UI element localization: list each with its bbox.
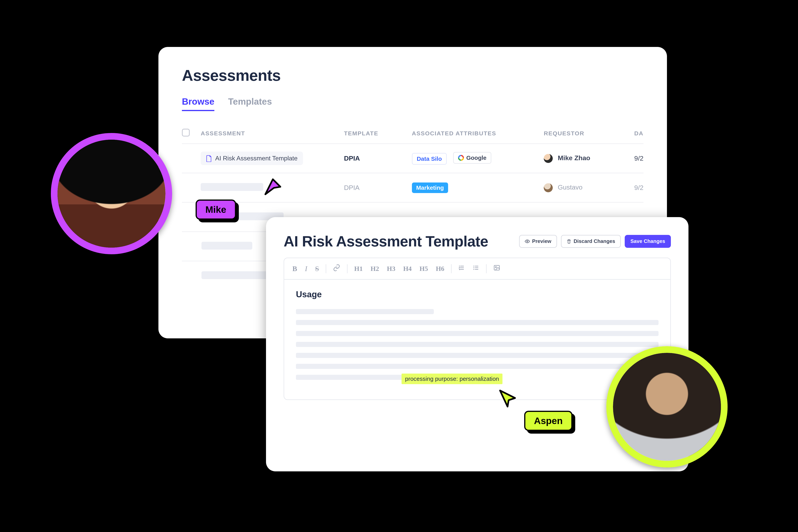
text-placeholder-line — [296, 353, 659, 358]
tab-browse[interactable]: Browse — [182, 96, 214, 111]
toolbar-separator — [486, 264, 487, 273]
save-button[interactable]: Save Changes — [625, 235, 671, 248]
date-cell: 9/2 — [634, 154, 644, 162]
avatar — [544, 183, 553, 192]
requestor-cell: Mike Zhao — [544, 154, 634, 163]
toolbar-separator — [326, 264, 326, 273]
attribute-pill-google[interactable]: Google — [453, 152, 491, 164]
toolbar-separator — [451, 264, 452, 273]
preview-button[interactable]: Preview — [519, 235, 557, 248]
button-label: Save Changes — [630, 238, 665, 244]
col-header-assessment: ASSESSMENT — [201, 130, 344, 137]
template-cell: DPIA — [344, 184, 412, 191]
avatar-photo — [613, 353, 721, 461]
tab-bar: Browse Templates — [182, 96, 644, 111]
cursor-icon — [262, 176, 284, 197]
attributes-cell: Marketing — [412, 183, 544, 193]
editor-toolbar: B I S H1 H2 H3 H4 H5 H6 — [284, 258, 670, 280]
h1-button[interactable]: H1 — [353, 264, 364, 273]
button-label: Discard Changes — [574, 238, 615, 244]
col-header-date: DA — [634, 130, 644, 137]
link-button[interactable] — [332, 263, 342, 274]
link-icon — [333, 264, 340, 271]
italic-button[interactable]: I — [304, 264, 308, 273]
tab-templates[interactable]: Templates — [228, 96, 272, 111]
requestor-name: Mike Zhao — [558, 154, 590, 162]
collab-cursor-mike — [262, 176, 284, 197]
unordered-list-icon — [473, 264, 479, 271]
col-header-attributes: ASSOCIATED ATTRIBUTES — [412, 130, 544, 137]
trash-icon — [567, 239, 571, 244]
svg-point-5 — [495, 267, 496, 268]
template-cell: DPIA — [344, 154, 412, 162]
table-header-row: ASSESSMENT TEMPLATE ASSOCIATED ATTRIBUTE… — [182, 129, 644, 144]
collab-cursor-aspen — [497, 387, 518, 409]
requestor-name: Gustavo — [558, 183, 583, 191]
date-cell: 9/2 — [634, 184, 644, 191]
editor-actions: Preview Discard Changes Save Changes — [519, 235, 671, 248]
table-row[interactable]: AI Risk Assessment Template DPIA Data Si… — [182, 144, 644, 173]
attribute-pill-label: Google — [466, 154, 487, 161]
unordered-list-button[interactable] — [472, 264, 480, 273]
col-header-template: TEMPLATE — [344, 130, 412, 137]
requestor-cell: Gustavo — [544, 183, 634, 192]
select-all-checkbox[interactable] — [182, 129, 190, 136]
document-icon — [206, 155, 212, 162]
image-icon — [493, 264, 500, 271]
text-placeholder-line — [296, 331, 659, 336]
table-row[interactable]: DPIA Marketing Gustavo 9/2 — [182, 173, 644, 203]
button-label: Preview — [532, 238, 551, 244]
discard-button[interactable]: Discard Changes — [561, 235, 621, 248]
attribute-pill-data-silo[interactable]: Data Silo — [412, 153, 447, 165]
section-heading: Usage — [296, 289, 659, 299]
attributes-cell: Data Silo Google — [412, 152, 544, 165]
strike-button[interactable]: S — [314, 264, 320, 273]
h2-button[interactable]: H2 — [369, 264, 380, 273]
h6-button[interactable]: H6 — [435, 264, 445, 273]
avatar — [544, 154, 553, 163]
text-placeholder-line — [296, 342, 659, 347]
assessment-name: AI Risk Assessment Template — [215, 155, 298, 162]
h5-button[interactable]: H5 — [418, 264, 429, 273]
google-logo-icon — [458, 155, 464, 161]
assessment-chip[interactable]: AI Risk Assessment Template — [201, 152, 303, 165]
col-header-requestor: REQUESTOR — [544, 130, 634, 137]
ordered-list-button[interactable] — [457, 264, 466, 273]
presence-avatar-aspen — [606, 346, 727, 468]
editor-title: AI Risk Assessment Template — [284, 233, 488, 250]
highlighted-text: processing purpose: personalization — [401, 374, 502, 384]
collab-tag-mike: Mike — [195, 200, 236, 220]
text-placeholder-line — [296, 309, 434, 314]
image-button[interactable] — [492, 264, 501, 274]
attribute-pill-marketing[interactable]: Marketing — [412, 183, 448, 193]
h3-button[interactable]: H3 — [386, 264, 397, 273]
svg-point-3 — [473, 269, 474, 270]
page-title: Assessments — [182, 66, 644, 84]
text-placeholder-line — [296, 320, 659, 325]
svg-point-1 — [473, 266, 474, 267]
presence-avatar-mike — [51, 133, 172, 254]
bold-button[interactable]: B — [291, 264, 298, 273]
svg-point-0 — [527, 241, 528, 242]
eye-icon — [525, 239, 530, 244]
text-placeholder-line — [296, 364, 659, 369]
assessment-name-placeholder — [201, 183, 263, 191]
toolbar-separator — [347, 264, 347, 273]
h4-button[interactable]: H4 — [402, 264, 413, 273]
rich-text-editor: B I S H1 H2 H3 H4 H5 H6 — [284, 258, 671, 400]
cursor-icon — [497, 387, 518, 409]
avatar-photo — [57, 140, 166, 248]
svg-point-2 — [473, 267, 474, 268]
ordered-list-icon — [458, 264, 465, 271]
collab-tag-aspen: Aspen — [524, 411, 572, 431]
